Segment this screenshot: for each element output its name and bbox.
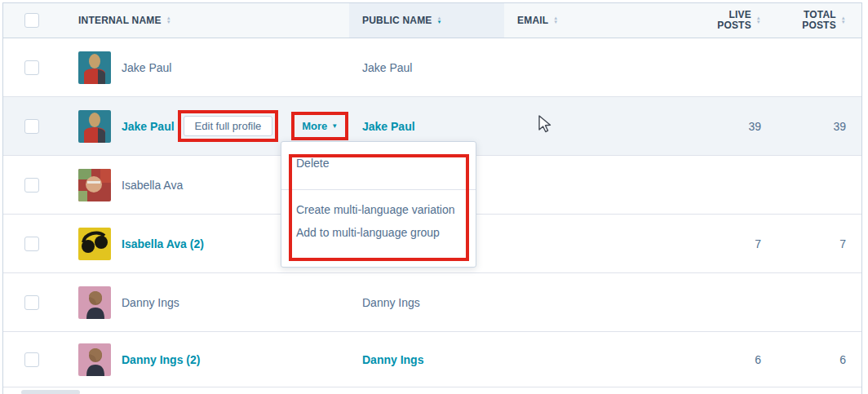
column-header-live-posts[interactable]: LIVE POSTS ▲▼ <box>684 3 764 38</box>
menu-item-delete[interactable]: Delete <box>281 152 476 189</box>
table-row: Danny Ings Danny Ings <box>3 273 861 332</box>
column-label: TOTAL POSTS <box>800 10 836 31</box>
live-posts-value: 7 <box>755 237 761 250</box>
internal-name-link[interactable]: Jake Paul <box>122 120 175 133</box>
more-annotation-box: More▼ <box>291 112 348 140</box>
authors-table: INTERNAL NAME ▲▼ PUBLIC NAME ▲▼ EMAIL ▲▼… <box>2 2 862 394</box>
danny-ings-avatar <box>78 343 111 376</box>
select-all-cell <box>3 3 60 38</box>
jake-paul-avatar <box>78 51 111 84</box>
total-posts-value: 6 <box>839 353 846 366</box>
column-header-internal-name[interactable]: INTERNAL NAME ▲▼ <box>60 3 349 38</box>
caret-down-icon: ▼ <box>331 122 338 130</box>
danny-ings-avatar <box>78 286 111 319</box>
total-posts-value: 7 <box>839 237 846 250</box>
internal-name-link[interactable]: Isabella Ava (2) <box>122 237 204 250</box>
internal-name-link[interactable]: Danny Ings (2) <box>122 353 200 366</box>
menu-item-create-multi-language-variation[interactable]: Create multi-language variation <box>281 198 476 221</box>
row-checkbox[interactable] <box>24 352 39 367</box>
row-checkbox[interactable] <box>24 178 39 193</box>
column-label: EMAIL <box>517 15 548 26</box>
menu-divider <box>281 189 476 190</box>
sort-descending-icon: ▲▼ <box>437 16 442 24</box>
total-posts-value: 39 <box>833 120 846 133</box>
row-checkbox[interactable] <box>24 295 39 310</box>
edit-annotation-box: Edit full profile <box>178 110 279 142</box>
internal-name: Isabella Ava <box>122 179 183 192</box>
select-all-checkbox[interactable] <box>24 13 39 28</box>
isabella-ava-2-avatar <box>78 228 111 260</box>
table-row: Jake Paul Jake Paul <box>3 38 861 97</box>
column-label: PUBLIC NAME <box>362 15 432 26</box>
table-row: Danny Ings (2) Danny Ings 6 6 <box>3 332 861 387</box>
row-checkbox[interactable] <box>24 60 39 75</box>
sort-icon: ▲▼ <box>553 16 558 24</box>
column-label: LIVE POSTS <box>715 10 751 31</box>
sort-icon: ▲▼ <box>841 16 846 24</box>
public-name: Danny Ings <box>362 296 420 309</box>
public-name-link[interactable]: Danny Ings <box>362 353 423 366</box>
public-name: Jake Paul <box>362 61 412 74</box>
jake-paul-avatar <box>78 110 111 143</box>
row-checkbox[interactable] <box>24 119 39 134</box>
column-label: INTERNAL NAME <box>78 15 162 26</box>
isabella-ava-avatar <box>78 169 111 201</box>
column-header-email[interactable]: EMAIL ▲▼ <box>504 3 684 38</box>
public-name-link[interactable]: Jake Paul <box>362 120 415 133</box>
sort-icon: ▲▼ <box>756 16 761 24</box>
more-dropdown-button[interactable]: More▼ <box>297 117 343 135</box>
more-dropdown-menu: Delete Create multi-language variation A… <box>281 141 476 268</box>
live-posts-value: 6 <box>755 353 761 366</box>
sort-icon: ▲▼ <box>166 16 171 24</box>
column-header-public-name[interactable]: PUBLIC NAME ▲▼ <box>349 3 504 38</box>
horizontal-scrollbar-thumb[interactable] <box>21 390 80 394</box>
column-header-total-posts[interactable]: TOTAL POSTS ▲▼ <box>764 3 852 38</box>
internal-name: Jake Paul <box>122 61 171 74</box>
menu-item-add-to-multi-language-group[interactable]: Add to multi-language group <box>281 221 476 244</box>
table-header: INTERNAL NAME ▲▼ PUBLIC NAME ▲▼ EMAIL ▲▼… <box>3 3 861 38</box>
row-checkbox[interactable] <box>24 237 39 251</box>
edit-full-profile-button[interactable]: Edit full profile <box>184 116 273 136</box>
live-posts-value: 39 <box>748 120 761 133</box>
internal-name: Danny Ings <box>122 296 179 309</box>
